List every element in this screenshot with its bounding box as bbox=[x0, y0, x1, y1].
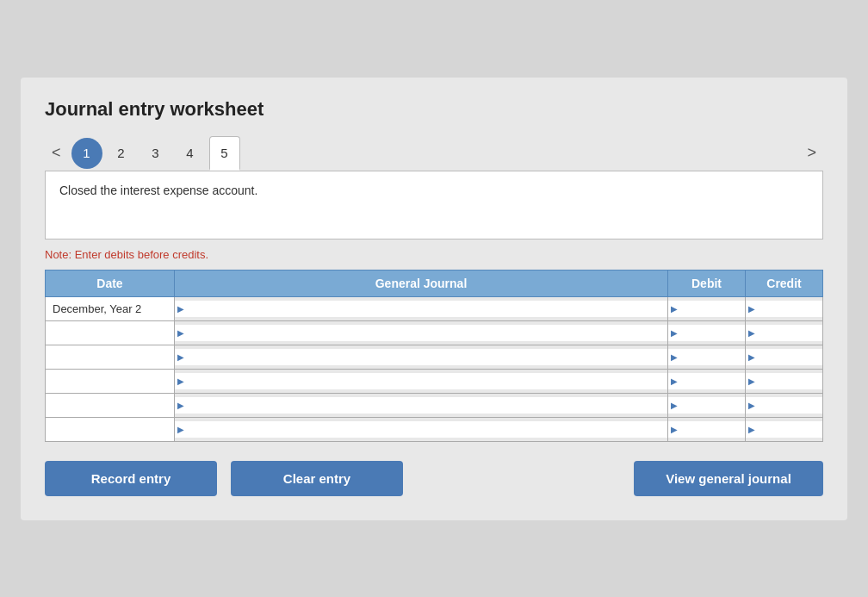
debit-input-5[interactable] bbox=[668, 421, 745, 438]
journal-cell-2[interactable] bbox=[175, 345, 668, 369]
clear-entry-button[interactable]: Clear entry bbox=[231, 461, 403, 496]
col-header-debit: Debit bbox=[668, 270, 746, 296]
record-entry-button[interactable]: Record entry bbox=[45, 461, 217, 496]
date-cell-2 bbox=[46, 345, 175, 369]
credit-cell-3[interactable] bbox=[746, 369, 823, 393]
table-row bbox=[46, 393, 823, 417]
col-header-journal: General Journal bbox=[175, 270, 668, 296]
debit-input-1[interactable] bbox=[668, 325, 745, 341]
page-title: Journal entry worksheet bbox=[45, 98, 823, 121]
journal-cell-3[interactable] bbox=[175, 369, 668, 393]
credit-cell-0[interactable] bbox=[746, 296, 823, 320]
journal-input-1[interactable] bbox=[175, 325, 667, 341]
tab-3[interactable]: 3 bbox=[140, 138, 171, 169]
debit-cell-4[interactable] bbox=[668, 393, 746, 417]
debit-input-3[interactable] bbox=[668, 373, 745, 389]
note-text: Note: Enter debits before credits. bbox=[45, 248, 823, 261]
credit-input-1[interactable] bbox=[746, 325, 822, 341]
debit-input-0[interactable] bbox=[668, 301, 745, 317]
table-row bbox=[46, 369, 823, 393]
journal-cell-1[interactable] bbox=[175, 320, 668, 345]
credit-input-2[interactable] bbox=[746, 349, 822, 365]
debit-input-4[interactable] bbox=[668, 397, 745, 414]
main-container: Journal entry worksheet < 1 2 3 4 5 > Cl… bbox=[21, 78, 847, 520]
next-arrow[interactable]: > bbox=[800, 140, 823, 165]
table-row bbox=[46, 417, 823, 441]
date-cell-3 bbox=[46, 369, 175, 393]
date-cell-0: December, Year 2 bbox=[46, 296, 175, 320]
debit-input-2[interactable] bbox=[668, 349, 745, 365]
credit-cell-2[interactable] bbox=[746, 345, 823, 369]
table-row: December, Year 2 bbox=[46, 296, 823, 320]
description-box: Closed the interest expense account. bbox=[45, 171, 823, 239]
tab-4[interactable]: 4 bbox=[175, 138, 206, 169]
credit-cell-5[interactable] bbox=[746, 417, 823, 441]
buttons-row: Record entry Clear entry View general jo… bbox=[45, 461, 823, 496]
journal-input-0[interactable] bbox=[175, 301, 667, 317]
credit-input-0[interactable] bbox=[746, 301, 822, 317]
credit-input-4[interactable] bbox=[746, 397, 822, 414]
debit-cell-2[interactable] bbox=[668, 345, 746, 369]
credit-input-5[interactable] bbox=[746, 421, 822, 438]
description-text: Closed the interest expense account. bbox=[59, 183, 257, 197]
journal-cell-5[interactable] bbox=[175, 417, 668, 441]
journal-cell-0[interactable] bbox=[175, 296, 668, 320]
journal-cell-4[interactable] bbox=[175, 393, 668, 417]
journal-input-3[interactable] bbox=[175, 373, 667, 389]
view-general-journal-button[interactable]: View general journal bbox=[634, 461, 823, 496]
table-row bbox=[46, 320, 823, 345]
tabs-navigation: < 1 2 3 4 5 > bbox=[45, 136, 823, 171]
debit-cell-5[interactable] bbox=[668, 417, 746, 441]
journal-input-2[interactable] bbox=[175, 349, 667, 365]
tab-1[interactable]: 1 bbox=[71, 138, 102, 169]
debit-cell-3[interactable] bbox=[668, 369, 746, 393]
credit-cell-4[interactable] bbox=[746, 393, 823, 417]
debit-cell-0[interactable] bbox=[668, 296, 746, 320]
date-cell-5 bbox=[46, 417, 175, 441]
col-header-date: Date bbox=[46, 270, 175, 296]
date-cell-4 bbox=[46, 393, 175, 417]
journal-input-4[interactable] bbox=[175, 397, 667, 414]
prev-arrow[interactable]: < bbox=[45, 140, 68, 165]
journal-input-5[interactable] bbox=[175, 421, 667, 438]
credit-cell-1[interactable] bbox=[746, 320, 823, 345]
col-header-credit: Credit bbox=[746, 270, 823, 296]
debit-cell-1[interactable] bbox=[668, 320, 746, 345]
table-row bbox=[46, 345, 823, 369]
tab-2[interactable]: 2 bbox=[106, 138, 137, 169]
journal-table: Date General Journal Debit Credit Decemb… bbox=[45, 270, 823, 442]
tab-5[interactable]: 5 bbox=[209, 136, 240, 171]
date-cell-1 bbox=[46, 320, 175, 345]
credit-input-3[interactable] bbox=[746, 373, 822, 389]
